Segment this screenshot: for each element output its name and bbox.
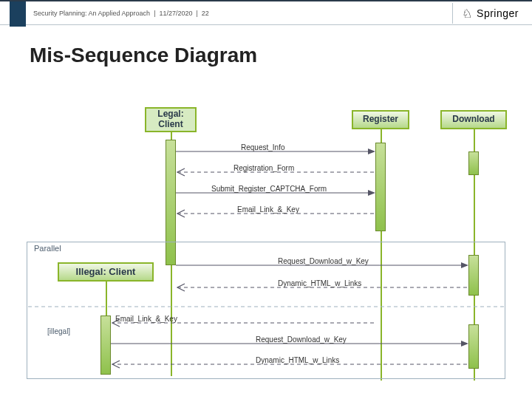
- msg-request-download-2: Request_Download_w_Key: [256, 335, 347, 344]
- brand: ♘ Springer: [452, 3, 519, 24]
- svg-marker-11: [461, 341, 468, 347]
- brand-divider: [452, 3, 453, 24]
- svg-marker-4: [368, 190, 375, 196]
- header-accent-block: [10, 1, 26, 27]
- msg-dynamic-html-1: Dynamic_HTML_w_Links: [278, 279, 361, 287]
- brand-name: Springer: [477, 7, 519, 19]
- msg-email-link-key: Email_Link_&_Key: [237, 205, 299, 214]
- svg-marker-1: [368, 149, 375, 154]
- msg-request-download-1: Request_Download_w_Key: [278, 257, 369, 265]
- page-title: Mis-Sequence Diagram: [30, 44, 532, 67]
- springer-horse-icon: ♘: [462, 7, 472, 21]
- msg-registration-form: Registration_Form: [233, 164, 294, 172]
- svg-marker-7: [461, 262, 468, 268]
- doc-date: 11/27/2020: [159, 10, 192, 17]
- msg-email-link-key-2: Email_Link_&_Key: [115, 315, 177, 323]
- doc-title: Security Planning: An Applied Approach: [33, 10, 150, 17]
- doc-page: 22: [202, 10, 209, 17]
- msg-request-info: Request_Info: [241, 143, 285, 151]
- header-breadcrumb: Security Planning: An Applied Approach |…: [33, 10, 209, 17]
- slide-header: Security Planning: An Applied Approach |…: [0, 0, 532, 25]
- msg-submit-register: Submit_Register_CAPTCHA_Form: [211, 185, 327, 193]
- sequence-diagram: Legal: Client Register Download Parallel…: [27, 107, 514, 388]
- msg-dynamic-html-2: Dynamic_HTML_w_Links: [256, 356, 339, 364]
